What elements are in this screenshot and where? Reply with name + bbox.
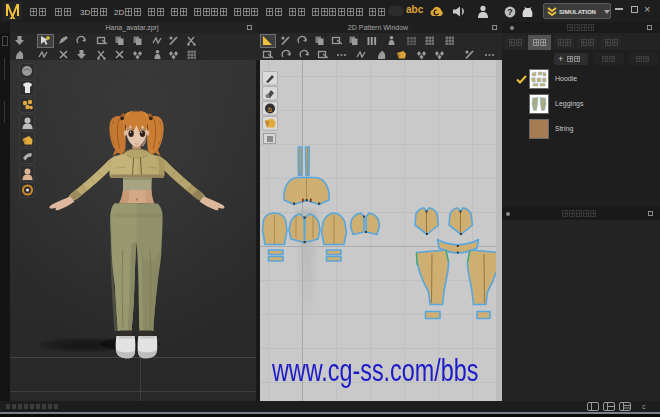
svg-text:b: b [268, 106, 272, 113]
svg-text:?: ? [507, 7, 513, 17]
